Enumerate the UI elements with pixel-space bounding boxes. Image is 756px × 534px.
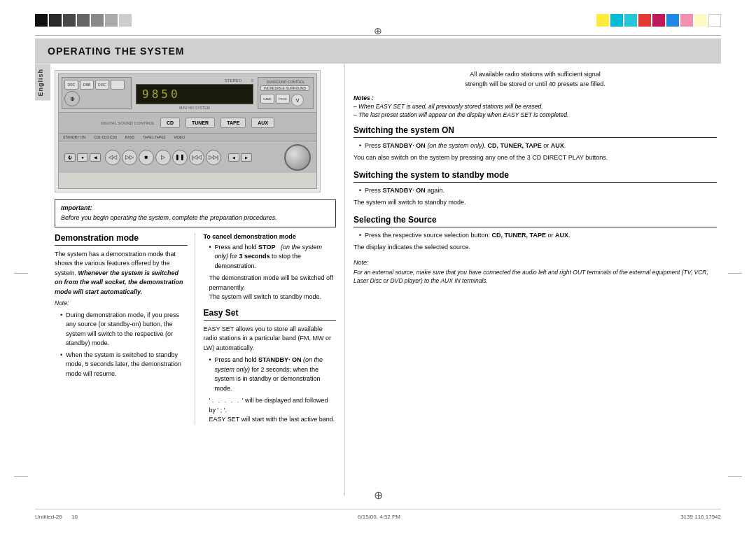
footer-center: 6/15/00, 4:52 PM [78,514,680,520]
dial-knob: ⊕ [64,91,80,106]
easy-set-note1: ' . . . . . ' will be displayed and foll… [209,396,337,415]
color-swatch [610,14,623,27]
demo-note-list: During demonstration mode, if you press … [60,311,188,379]
easy-set-bullet: Press and hold STANDBY· ON (on the syste… [209,356,337,393]
right-margin-mark-2 [728,476,742,477]
next-btn: ▷▷ [122,150,137,165]
color-swatch [596,14,609,27]
selecting-source-heading: Selecting the Source [354,215,717,227]
play-btn: ▷ [155,150,171,165]
top-divider [35,35,721,36]
main-content: DRC DBB DISC ⊕ STEREO≡ 9850 MINI HIFI [50,64,721,496]
footer-right: 3139 116 17942 [680,514,721,520]
demo-note-item-1: During demonstration mode, if you press … [60,311,188,349]
main-volume-knob [284,144,311,171]
switching-on-text: Press STANDBY· ON (on the system only). … [354,141,717,163]
device-controls-left: DRC DBB DISC ⊕ [62,77,132,109]
switching-standby-list: Press STANDBY· ON again. [359,186,717,196]
cancel-demo-list: Press and hold STOP (on the system only)… [209,243,337,272]
footer: Untitled-26 10 6/15/00, 4:52 PM 3139 116… [35,509,721,520]
right-buttons: ◀ ▶ [228,153,252,162]
color-swatch [624,14,637,27]
cancel-demo-note1: The demonstration mode will be switched … [209,274,337,293]
next-track: ▶ [241,153,252,162]
selecting-source-display-note: The display indicates the selected sourc… [354,243,717,253]
important-text: Before you begin operating the system, c… [61,213,330,223]
left-margin-mark [14,273,28,274]
stop-btn: ■ [139,150,154,165]
page-header: OPERATING THE SYSTEM [35,38,721,64]
standby-btn: ⏻ [64,153,76,162]
demo-note-item-2: When the system is switched to standby m… [60,351,188,379]
device-center-top: STEREO≡ 9850 MINI HIFI SYSTEM [134,77,255,109]
demo-text: The system has a demonstration mode that… [55,250,188,297]
disc-button: DISC [95,80,109,90]
device-surround-controls: SURROUND CONTROL INCREDIBLE SURROUND GAM… [258,77,314,109]
game-btn: GAME [260,94,274,104]
aux-source-btn: AUX [251,118,274,128]
tape-label: TAPE1·TAPE2 [143,135,165,139]
color-swatch [35,14,48,27]
surround-buttons: GAME PROG V [260,94,311,106]
switching-on-extra: You can also switch on the system by pre… [354,153,717,163]
color-swatch [49,14,62,27]
easy-set-text: EASY SET allows you to store all availab… [204,325,337,353]
left-column: DRC DBB DISC ⊕ STEREO≡ 9850 MINI HIFI [50,64,344,496]
video-label: VIDEO [174,135,186,139]
selecting-source-text: Press the respective source selection bu… [354,231,717,286]
switching-standby-text: Press STANDBY· ON again. The system will… [354,186,717,208]
tuner-source-btn: TUNER [186,118,215,128]
color-swatch [694,14,707,27]
demo-heading: Demonstration mode [55,233,188,246]
cd-source-btn: CD [160,118,180,128]
right-notes: Notes : – When EASY SET is used, all pre… [354,94,717,120]
color-swatch [91,14,104,27]
device-image: DRC DBB DISC ⊕ STEREO≡ 9850 MINI HIFI [55,70,321,192]
switching-standby-section: Switching the system to standby mode Pre… [354,170,717,208]
cancel-demo-note2: The system will switch to standby mode. [209,293,337,302]
color-swatch [105,14,118,27]
cancel-demo-easy-set: To cancel demonstration mode Press and h… [204,233,337,425]
color-swatch [652,14,665,27]
volume-knob: V [291,94,304,106]
prev-btn: ◁◁ [105,150,120,165]
lower-left-content: Demonstration mode The system has a demo… [55,233,336,425]
easy-set-note2: EASY SET will start with the last active… [209,415,337,425]
demo-section: Demonstration mode The system has a demo… [55,233,195,425]
page-title: OPERATING THE SYSTEM [48,45,185,57]
device-top-row: DRC DBB DISC ⊕ STEREO≡ 9850 MINI HIFI [59,74,316,113]
small-btn [111,80,125,90]
right-column: All available radio stations with suffic… [344,64,721,496]
notes-label: Notes : [354,94,374,101]
color-swatch [680,14,693,27]
color-swatch [63,14,76,27]
footer-left: Untitled-26 10 [35,514,78,520]
device-diagram: DRC DBB DISC ⊕ STEREO≡ 9850 MINI HIFI [58,73,317,189]
color-bar-left [35,14,132,27]
input-btn: ◀ [90,153,101,162]
stereo-label: STEREO≡ [136,78,253,83]
color-swatch [119,14,132,27]
selecting-source-section: Selecting the Source Press the respectiv… [354,215,717,286]
cancel-demo-bullet: Press and hold STOP (on the system only)… [209,243,337,272]
dbb-button: DBB [80,80,94,90]
right-margin-mark [728,273,742,274]
right-top-note: All available radio stations with suffic… [354,70,717,89]
skip-fwd-btn: ▷▷| [206,150,221,165]
drc-button: DRC [64,80,78,90]
mini-hifi-label: MINI HIFI SYSTEM [136,106,253,110]
important-title: Important: [61,204,330,211]
easy-set-heading: Easy Set [204,308,337,321]
color-bar: ⊕ [35,13,721,28]
selecting-source-bullet: Press the respective source selection bu… [359,231,717,241]
device-source-row: DIGITAL SOUND CONTROL CD TUNER TAPE AUX [59,113,316,134]
left-margin-mark-2 [14,476,28,477]
selecting-source-note-label: Note: [354,258,717,268]
display-screen: 9850 [136,84,253,104]
prev-track: ◀ [228,153,239,162]
incredible-surround: INCREDIBLE SURROUND [260,85,309,91]
demo-note: Note: During demonstration mode, if you … [55,300,188,379]
note-label: Note: [55,300,188,308]
skip-back-btn: |◁◁ [189,150,204,165]
color-bar-right [596,14,721,27]
